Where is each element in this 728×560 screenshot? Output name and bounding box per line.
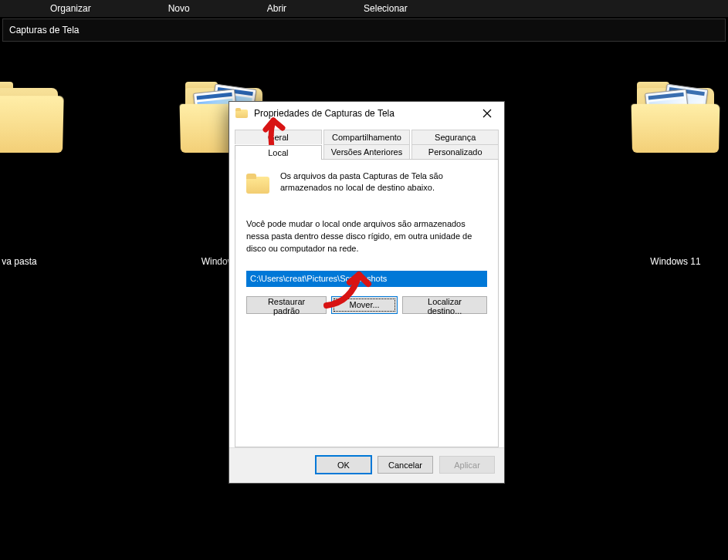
tab-geral[interactable]: Geral [235,130,322,144]
close-button[interactable] [470,102,504,125]
folder-icon [0,82,66,159]
folder-item-va-pasta[interactable]: va pasta [0,82,85,267]
tab-compartilhamento[interactable]: Compartilhamento [323,130,411,144]
apply-button[interactable]: Aplicar [439,456,495,474]
tab-local[interactable]: Local [235,145,322,160]
folder-item-windows-11[interactable]: Windows 11 [610,82,728,267]
folder-icon [235,108,248,119]
dialog-tabs: Geral Compartilhamento Segurança Local V… [229,125,504,159]
ok-button[interactable]: OK [316,456,371,474]
folder-icon [246,174,271,195]
cancel-button[interactable]: Cancelar [378,456,433,474]
menu-organizar[interactable]: Organizar [12,3,130,14]
folder-label: Windows 11 [610,256,728,267]
folder-icon [629,82,722,159]
content-heading: Os arquivos da pasta Capturas de Tela sã… [280,170,487,198]
path-input[interactable] [246,271,487,287]
menubar: Organizar Novo Abrir Selecionar [0,0,728,17]
properties-dialog: Propriedades de Capturas de Tela Geral C… [229,101,505,484]
close-icon [483,109,492,118]
dialog-title: Propriedades de Capturas de Tela [254,108,470,119]
location-text: Capturas de Tela [9,25,80,35]
locate-target-button[interactable]: Localizar destino... [402,296,487,314]
folder-content-area: va pasta Windows 7 Windows 11 Propriedad… [0,43,728,560]
restore-default-button[interactable]: Restaurar padrão [246,296,327,314]
location-bar[interactable]: Capturas de Tela [2,19,726,42]
tab-personalizado[interactable]: Personalizado [411,144,499,159]
content-body: Você pode mudar o local onde arquivos sã… [246,218,487,255]
menu-selecionar[interactable]: Selecionar [325,3,446,14]
tab-content-local: Os arquivos da pasta Capturas de Tela sã… [235,159,499,447]
folder-label: va pasta [0,256,85,267]
move-button[interactable]: Mover... [331,296,398,314]
menu-novo[interactable]: Novo [130,3,229,14]
tab-seguranca[interactable]: Segurança [411,130,499,144]
dialog-titlebar[interactable]: Propriedades de Capturas de Tela [229,102,504,125]
tab-versoes-anteriores[interactable]: Versões Anteriores [323,144,411,159]
menu-abrir[interactable]: Abrir [229,3,325,14]
dialog-footer: OK Cancelar Aplicar [229,447,504,483]
